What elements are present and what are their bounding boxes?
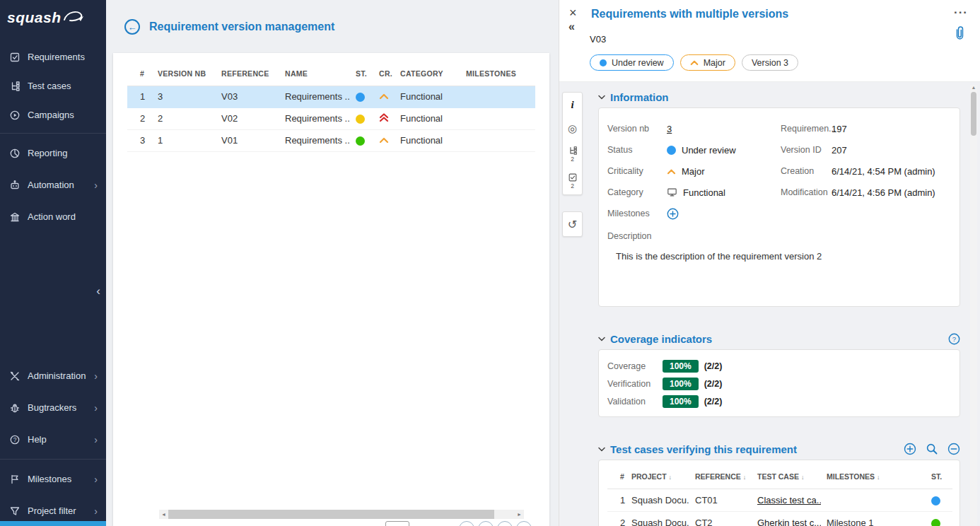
sidebar-item-automation[interactable]: Automation › — [0, 169, 106, 201]
cell-reference: V01 — [216, 129, 279, 151]
coverage-label: Verification — [607, 379, 663, 389]
version-row-3[interactable]: 3 1 V01 Requirements ... Functional — [127, 129, 535, 151]
scrollbar-track[interactable] — [168, 510, 515, 519]
coverage-percent-badge: 100% — [663, 360, 699, 373]
scroll-up-icon[interactable]: ▲ — [970, 85, 977, 90]
clipboard-check-icon — [568, 173, 578, 182]
cell-category: Functional — [395, 86, 460, 107]
back-button[interactable]: ← — [124, 19, 140, 35]
column-header-milestones[interactable]: MILESTONES↓ — [821, 464, 926, 489]
requirement-detail-panel: × « Requirements with multiple versions … — [559, 0, 980, 526]
cell-project: Squash Docu... — [626, 489, 689, 511]
tab-verification[interactable]: 2 — [563, 168, 582, 194]
project-filter-funnel-icon — [8, 505, 21, 517]
detail-icon-rail: i ◎ 2 2 ↺ — [562, 92, 583, 237]
criticality-chip[interactable]: Major — [680, 54, 735, 71]
status-chip[interactable]: Under review — [590, 54, 674, 71]
tab-information[interactable]: i — [563, 93, 582, 117]
field-label: Milestones — [607, 209, 667, 218]
test-case-row-1[interactable]: 1 Squash Docu... CT01 Classic test ca... — [607, 489, 952, 511]
cell-version-nb: 1 — [152, 129, 216, 151]
cell-num: 1 — [127, 86, 152, 107]
sidebar-bottom-nav: Administration › Bugtrackers › ? Help › … — [0, 360, 106, 526]
cell-category: Functional — [395, 129, 460, 151]
pagination-button[interactable] — [516, 521, 532, 526]
sidebar-item-administration[interactable]: Administration › — [0, 360, 106, 392]
test-cases-header-row: # PROJECT↓ REFERENCE↓ TEST CASE↓ MILESTO… — [607, 464, 952, 489]
scrollbar-thumb[interactable] — [168, 510, 494, 519]
cell-category: Functional — [395, 107, 460, 129]
sidebar-item-action-word[interactable]: Action word — [0, 201, 106, 233]
information-section-header[interactable]: Information — [598, 89, 960, 105]
sidebar-item-label: Campaigns — [28, 110, 74, 120]
attachment-paperclip-icon[interactable] — [955, 25, 965, 44]
add-test-case-icon[interactable] — [904, 443, 916, 455]
add-milestone-icon[interactable] — [667, 208, 679, 220]
pagination-button[interactable] — [497, 521, 513, 526]
scroll-left-icon[interactable]: ◄ — [159, 510, 168, 519]
sidebar-item-campaigns[interactable]: Campaigns — [0, 100, 106, 129]
close-icon[interactable]: × — [569, 6, 577, 19]
field-label: Version nb — [607, 124, 667, 134]
column-header-project[interactable]: PROJECT↓ — [626, 464, 689, 489]
column-header-version-nb: VERSION NB — [152, 62, 216, 86]
sidebar-separator — [0, 133, 106, 134]
sidebar-item-requirements[interactable]: Requirements — [0, 42, 106, 71]
cell-num: 2 — [127, 107, 152, 129]
sidebar-item-test-cases[interactable]: Test cases — [0, 71, 106, 100]
coverage-section-header[interactable]: Coverage indicators ? — [598, 331, 960, 346]
page-size-select[interactable] — [385, 521, 409, 526]
sidebar-item-label: Test cases — [28, 81, 71, 91]
column-header-milestones: MILESTONES — [460, 62, 535, 86]
detail-title: Requirements with multiple versions — [591, 8, 788, 21]
campaigns-icon — [8, 109, 21, 121]
version-row-2[interactable]: 2 2 V02 Requirements ... Functional — [127, 107, 535, 129]
remove-test-case-icon[interactable] — [947, 443, 960, 455]
app-logo: squash — [0, 0, 106, 35]
cell-name: Requirements ... — [279, 86, 350, 107]
status-under-review-icon — [667, 146, 676, 155]
main-header: ← Requirement version management — [106, 0, 559, 35]
test-case-link[interactable]: Classic test ca... — [757, 495, 821, 505]
sidebar-item-reporting[interactable]: Reporting — [0, 137, 106, 169]
field-label: Criticality — [607, 166, 667, 176]
tab-verifying-test-cases[interactable]: 2 — [563, 141, 582, 168]
sidebar-item-bugtrackers[interactable]: Bugtrackers › — [0, 392, 106, 423]
cell-milestones — [460, 107, 535, 129]
overflow-menu-icon[interactable]: ··· — [954, 6, 968, 20]
test-cases-section-header[interactable]: Test cases verifying this requirement — [598, 441, 960, 457]
info-icon: i — [571, 99, 573, 111]
sidebar-collapse-icon[interactable]: ‹ — [96, 285, 100, 297]
search-icon[interactable] — [926, 443, 938, 455]
pagination-button[interactable] — [478, 521, 494, 526]
column-header-test-case[interactable]: TEST CASE↓ — [752, 464, 821, 489]
sidebar-item-help[interactable]: ? Help › — [0, 423, 106, 455]
requirement-reference: V03 — [590, 34, 606, 45]
sidebar-item-milestones[interactable]: Milestones › — [0, 463, 106, 495]
coverage-row: Validation 100% (2/2) — [607, 392, 951, 410]
description-label: Description — [607, 231, 951, 241]
column-header-reference[interactable]: REFERENCE↓ — [689, 464, 752, 489]
coverage-ratio: (2/2) — [704, 379, 723, 389]
scroll-right-icon[interactable]: ► — [515, 510, 524, 519]
collapse-panel-icon[interactable]: « — [568, 21, 575, 33]
sort-desc-icon: ↓ — [877, 474, 880, 481]
test-case-row-2[interactable]: 2 Squash Docu... CT2 Gherkin test c... M… — [607, 511, 952, 526]
cell-milestones — [821, 489, 926, 511]
vertical-scrollbar[interactable]: ▲ — [970, 85, 977, 526]
test-case-link[interactable]: Gherkin test c... — [757, 518, 821, 526]
versions-table-card: # VERSION NB REFERENCE NAME ST. CR. CATE… — [113, 53, 549, 526]
version-nb-link[interactable]: 3 — [667, 124, 672, 134]
sidebar-item-label: Administration — [28, 370, 86, 381]
cell-milestones: Milestone 1 — [821, 511, 926, 526]
svg-text:?: ? — [952, 335, 956, 343]
scrollbar-thumb[interactable] — [971, 92, 976, 136]
tab-history[interactable]: ↺ — [563, 212, 582, 236]
logo-swoosh-icon — [63, 8, 84, 27]
application: squash Requirements Test cases Campaigns — [0, 0, 980, 526]
pagination-button[interactable] — [459, 521, 474, 526]
criticality-chip-label: Major — [704, 58, 725, 68]
version-row-1[interactable]: 1 3 V03 Requirements ... Functional — [127, 86, 535, 107]
tab-coverage[interactable]: ◎ — [563, 117, 582, 141]
help-circle-icon[interactable]: ? — [948, 333, 960, 345]
